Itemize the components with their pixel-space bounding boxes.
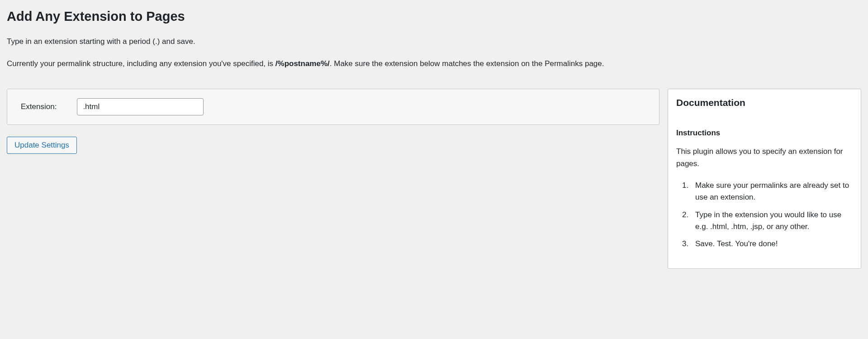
intro-line-1: Type in an extension starting with a per… — [7, 35, 861, 48]
intro-line-2: Currently your permalink structure, incl… — [7, 57, 861, 70]
permalink-structure: /%postname%/ — [275, 59, 330, 68]
instructions-list: Make sure your permalinks are already se… — [676, 180, 853, 250]
documentation-panel: Documentation Instructions This plugin a… — [668, 89, 861, 268]
main-layout: Extension: Update Settings Documentation… — [7, 89, 861, 268]
page-title: Add Any Extension to Pages — [7, 9, 861, 24]
extension-form-panel: Extension: — [7, 89, 659, 125]
intro-prefix: Currently your permalink structure, incl… — [7, 59, 275, 68]
documentation-title: Documentation — [676, 97, 853, 108]
list-item: Save. Test. You're done! — [691, 238, 853, 250]
settings-column: Extension: Update Settings — [7, 89, 659, 268]
instructions-description: This plugin allows you to specify an ext… — [676, 146, 853, 170]
extension-label: Extension: — [21, 102, 57, 111]
update-settings-button[interactable]: Update Settings — [7, 137, 77, 154]
instructions-heading: Instructions — [676, 129, 853, 138]
list-item: Make sure your permalinks are already se… — [691, 180, 853, 204]
intro-suffix: . Make sure the extension below matches … — [330, 59, 604, 68]
extension-input[interactable] — [77, 98, 204, 115]
list-item: Type in the extension you would like to … — [691, 209, 853, 233]
